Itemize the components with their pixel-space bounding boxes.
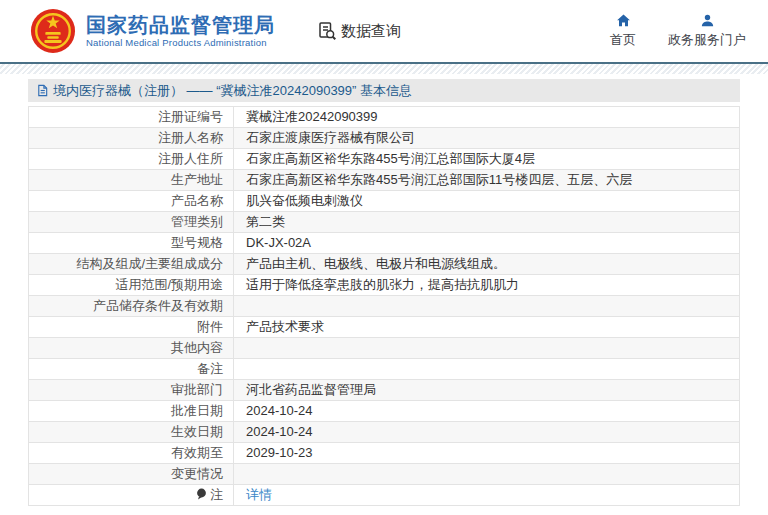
row-value: 肌兴奋低频电刺激仪: [234, 191, 740, 212]
row-value: 2024-10-24: [234, 422, 740, 443]
table-row: 备注: [29, 359, 740, 380]
table-row: 批准日期 2024-10-24: [29, 401, 740, 422]
row-label: 审批部门: [29, 380, 234, 401]
row-value: [234, 338, 740, 359]
row-label: 注册人住所: [29, 149, 234, 170]
row-value: 第二类: [234, 212, 740, 233]
row-value: 产品技术要求: [234, 317, 740, 338]
row-value: 详情: [234, 485, 740, 506]
row-label: 型号规格: [29, 233, 234, 254]
nmpa-logo[interactable]: 国家药品监督管理局 National Medical Products Admi…: [30, 8, 275, 54]
table-row: 变更情况: [29, 464, 740, 485]
nav-portal[interactable]: 政务服务门户: [668, 13, 746, 49]
table-row: 适用范围/预期用途 适用于降低痉挛患肢的肌张力，提高拮抗肌肌力: [29, 275, 740, 296]
table-row: 注 详情: [29, 485, 740, 506]
row-value: 冀械注准20242090399: [234, 107, 740, 128]
row-value: 2024-10-24: [234, 401, 740, 422]
row-label: 生产地址: [29, 170, 234, 191]
table-row: 管理类别 第二类: [29, 212, 740, 233]
row-value: 河北省药品监督管理局: [234, 380, 740, 401]
row-value: [234, 464, 740, 485]
row-value: 石家庄高新区裕华东路455号润江总部国际大厦4层: [234, 149, 740, 170]
org-names: 国家药品监督管理局 National Medical Products Admi…: [86, 13, 275, 49]
nav-home[interactable]: 首页: [610, 13, 636, 49]
detail-link[interactable]: 详情: [246, 487, 272, 502]
table-row: 注册人名称 石家庄渡康医疗器械有限公司: [29, 128, 740, 149]
document-icon: [36, 84, 49, 97]
row-value: 产品由主机、电极线、电极片和电源线组成。: [234, 254, 740, 275]
table-row: 注册证编号 冀械注准20242090399: [29, 107, 740, 128]
table-row: 注册人住所 石家庄高新区裕华东路455号润江总部国际大厦4层: [29, 149, 740, 170]
data-query-tab[interactable]: 数据查询: [317, 21, 401, 41]
row-label: 注: [29, 485, 234, 506]
user-icon: [700, 13, 715, 28]
main-content: 境内医疗器械（注册） —— “冀械注准20242090399” 基本信息 注册证…: [28, 79, 740, 506]
info-table-body: 注册证编号 冀械注准20242090399 注册人名称 石家庄渡康医疗器械有限公…: [29, 107, 740, 506]
table-row: 生产地址 石家庄高新区裕华东路455号润江总部国际11号楼四层、五层、六层: [29, 170, 740, 191]
table-row: 附件 产品技术要求: [29, 317, 740, 338]
row-label: 结构及组成/主要组成成分: [29, 254, 234, 275]
home-icon: [616, 13, 631, 28]
row-label: 生效日期: [29, 422, 234, 443]
row-label: 附件: [29, 317, 234, 338]
row-label: 变更情况: [29, 464, 234, 485]
row-label: 有效期至: [29, 443, 234, 464]
national-emblem-icon: [30, 8, 76, 54]
row-label: 产品储存条件及有效期: [29, 296, 234, 317]
info-table: 注册证编号 冀械注准20242090399 注册人名称 石家庄渡康医疗器械有限公…: [28, 106, 740, 506]
row-value: [234, 359, 740, 380]
row-value: 石家庄高新区裕华东路455号润江总部国际11号楼四层、五层、六层: [234, 170, 740, 191]
row-label: 注册证编号: [29, 107, 234, 128]
table-row: 型号规格 DK-JX-02A: [29, 233, 740, 254]
row-label: 备注: [29, 359, 234, 380]
org-name-en: National Medical Products Administration: [86, 37, 275, 49]
decorative-band: [0, 64, 768, 74]
row-label: 注册人名称: [29, 128, 234, 149]
document-search-icon: [317, 21, 337, 41]
header-nav: 首页 政务服务门户: [610, 13, 746, 49]
nav-portal-label: 政务服务门户: [668, 31, 746, 49]
row-value: 石家庄渡康医疗器械有限公司: [234, 128, 740, 149]
data-query-label: 数据查询: [341, 22, 401, 41]
note-icon: [196, 486, 207, 498]
nav-home-label: 首页: [610, 31, 636, 49]
row-label: 管理类别: [29, 212, 234, 233]
table-row: 产品名称 肌兴奋低频电刺激仪: [29, 191, 740, 212]
row-value: 适用于降低痉挛患肢的肌张力，提高拮抗肌肌力: [234, 275, 740, 296]
page-title-bar: 境内医疗器械（注册） —— “冀械注准20242090399” 基本信息: [28, 79, 740, 102]
row-label: 产品名称: [29, 191, 234, 212]
table-row: 其他内容: [29, 338, 740, 359]
row-value: DK-JX-02A: [234, 233, 740, 254]
table-row: 有效期至 2029-10-23: [29, 443, 740, 464]
row-label: 批准日期: [29, 401, 234, 422]
row-value: 2029-10-23: [234, 443, 740, 464]
page-title: 境内医疗器械（注册） —— “冀械注准20242090399” 基本信息: [53, 82, 412, 100]
row-label: 适用范围/预期用途: [29, 275, 234, 296]
org-name-cn: 国家药品监督管理局: [86, 13, 275, 37]
table-row: 审批部门 河北省药品监督管理局: [29, 380, 740, 401]
table-row: 生效日期 2024-10-24: [29, 422, 740, 443]
row-value: [234, 296, 740, 317]
table-row: 结构及组成/主要组成成分 产品由主机、电极线、电极片和电源线组成。: [29, 254, 740, 275]
table-row: 产品储存条件及有效期: [29, 296, 740, 317]
row-label: 其他内容: [29, 338, 234, 359]
site-header: 国家药品监督管理局 National Medical Products Admi…: [0, 0, 768, 62]
